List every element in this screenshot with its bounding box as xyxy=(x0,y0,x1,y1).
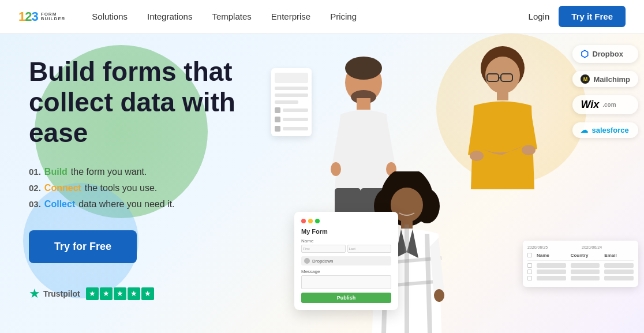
dot-red xyxy=(301,219,306,223)
dropdown-label: Dropdown xyxy=(312,259,333,264)
form-mockup: My Form Name First Last Dropdown Message… xyxy=(294,212,398,310)
dot-yellow xyxy=(308,219,313,223)
feature-3: 03. Collect data where you need it. xyxy=(29,199,277,209)
col-name: Name xyxy=(537,253,566,258)
mailchimp-badge: M Mailchimp xyxy=(572,71,638,87)
login-button[interactable]: Login xyxy=(529,12,550,21)
dropdown-field[interactable]: Dropdown xyxy=(301,256,391,265)
table-row-2 xyxy=(527,270,634,274)
hero-features: 01. Build the form you want. 02. Connect… xyxy=(29,167,277,209)
nav-enterprise[interactable]: Enterprise xyxy=(263,8,319,25)
panel-search xyxy=(275,73,308,83)
message-textarea[interactable] xyxy=(301,275,391,289)
panel-icon-2 xyxy=(275,117,280,122)
integrations-float: ⬡ Dropbox M Mailchimp Wix .com ☁ salesfo… xyxy=(572,45,638,138)
star-4: ★ xyxy=(128,287,140,300)
svg-point-14 xyxy=(470,151,484,161)
logo-numbers: 123 xyxy=(18,9,38,24)
row2-country xyxy=(571,270,600,274)
hero-title: Build forms that collect data with ease xyxy=(29,57,277,148)
star-5: ★ xyxy=(141,287,154,300)
try-it-free-button[interactable]: Try it Free xyxy=(559,6,626,27)
try-for-free-button[interactable]: Try for Free xyxy=(29,230,137,263)
trustpilot-logo: ★ Trustpilot xyxy=(29,286,80,301)
panel-icon-1 xyxy=(275,107,280,113)
row1-checkbox[interactable] xyxy=(527,263,532,268)
nav-solutions[interactable]: Solutions xyxy=(84,8,136,25)
nav-pricing[interactable]: Pricing xyxy=(322,8,365,25)
salesforce-badge: ☁ salesforce xyxy=(572,122,638,138)
row1-country xyxy=(571,263,600,268)
data-table-mockup: 2020/06/25 2020/06/24 Name Country Email xyxy=(523,241,638,287)
panel-line-1 xyxy=(275,87,308,90)
trustpilot-section: ★ Trustpilot ★ ★ ★ ★ ★ xyxy=(29,286,277,301)
nav-templates[interactable]: Templates xyxy=(204,8,259,25)
header: 123 FORM BUILDER Solutions Integrations … xyxy=(0,0,644,33)
svg-point-15 xyxy=(522,145,536,155)
table-header: Name Country Email xyxy=(527,253,634,261)
svg-rect-13 xyxy=(497,90,508,100)
panel-item-1 xyxy=(275,107,308,113)
publish-button[interactable]: Publish xyxy=(301,293,391,303)
svg-point-1 xyxy=(345,57,382,80)
header-checkbox xyxy=(527,253,532,257)
row1-name xyxy=(537,263,566,268)
svg-point-28 xyxy=(434,289,444,302)
panel-item-3 xyxy=(275,126,308,132)
row2-checkbox[interactable] xyxy=(527,270,532,274)
logo-text: FORM BUILDER xyxy=(41,12,66,21)
builder-panel xyxy=(271,68,312,136)
table-row-1 xyxy=(527,263,634,268)
svg-rect-3 xyxy=(357,98,370,110)
col-email: Email xyxy=(604,253,634,258)
hero-section: Build forms that collect data with ease … xyxy=(0,33,644,333)
date-1: 2020/06/25 xyxy=(527,245,579,249)
dot-green xyxy=(315,219,320,223)
message-label: Message xyxy=(301,269,391,274)
panel-line-2 xyxy=(275,93,308,97)
form-mockup-header xyxy=(301,219,391,223)
logo: 123 FORM BUILDER xyxy=(18,9,65,24)
star-3: ★ xyxy=(114,287,126,300)
name-label: Name xyxy=(301,238,391,244)
svg-point-9 xyxy=(485,57,520,93)
table-date-rows: 2020/06/25 2020/06/24 xyxy=(527,245,634,249)
trustpilot-star-icon: ★ xyxy=(29,286,40,301)
mailchimp-icon: M xyxy=(581,74,590,84)
name-fields: First Last xyxy=(301,245,391,253)
star-1: ★ xyxy=(86,287,99,300)
col-country: Country xyxy=(571,253,600,258)
nav-integrations[interactable]: Integrations xyxy=(139,8,200,25)
date-2: 2020/06/24 xyxy=(582,245,634,249)
form-title: My Form xyxy=(301,228,391,235)
wix-icon: Wix xyxy=(581,99,599,111)
row3-email xyxy=(604,276,634,280)
row3-country xyxy=(571,276,600,280)
row2-name xyxy=(537,270,566,274)
row3-name xyxy=(537,276,566,280)
dropdown-icon xyxy=(304,258,310,264)
first-name-input[interactable]: First xyxy=(301,245,346,253)
salesforce-icon: ☁ xyxy=(581,126,588,134)
main-nav: Solutions Integrations Templates Enterpr… xyxy=(84,8,528,25)
dropbox-icon: ⬡ xyxy=(581,48,589,59)
feature-2: 02. Connect the tools you use. xyxy=(29,183,277,193)
header-actions: Login Try it Free xyxy=(529,6,626,27)
person-woman-glasses xyxy=(465,45,540,218)
feature-1: 01. Build the form you want. xyxy=(29,167,277,177)
dropbox-badge: ⬡ Dropbox xyxy=(572,45,638,63)
trustpilot-label: Trustpilot xyxy=(43,289,80,298)
panel-line-3 xyxy=(275,100,298,104)
hero-content: Build forms that collect data with ease … xyxy=(0,33,277,333)
last-name-input[interactable]: Last xyxy=(347,245,392,253)
star-2: ★ xyxy=(100,287,113,300)
panel-item-2 xyxy=(275,117,308,122)
table-row-3 xyxy=(527,276,634,280)
row2-email xyxy=(604,270,634,274)
hero-visual: ⬡ Dropbox M Mailchimp Wix .com ☁ salesfo… xyxy=(277,33,644,333)
row1-email xyxy=(604,263,634,268)
trustpilot-stars: ★ ★ ★ ★ ★ xyxy=(86,287,154,300)
panel-icon-3 xyxy=(275,126,280,132)
row3-checkbox[interactable] xyxy=(527,276,532,280)
svg-point-4 xyxy=(331,162,341,176)
